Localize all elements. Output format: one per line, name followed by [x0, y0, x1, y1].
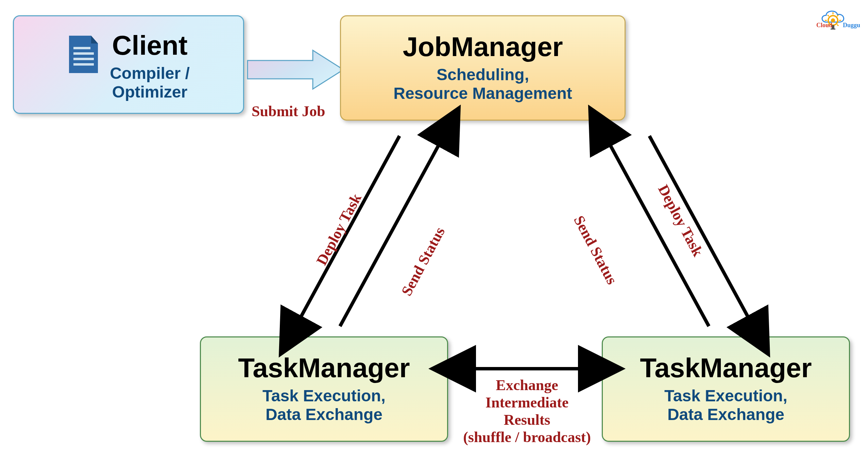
deploy-task-right-arrow: [649, 136, 753, 326]
svg-rect-12: [73, 47, 90, 49]
svg-rect-14: [73, 58, 94, 60]
deploy-task-left-label: Deploy Task: [313, 191, 365, 268]
taskmanager-right-title: TaskManager: [640, 354, 812, 382]
svg-rect-15: [73, 63, 94, 66]
exchange-line1: Exchange: [454, 377, 600, 394]
svg-rect-13: [73, 52, 94, 55]
exchange-line4: (shuffle / broadcast): [454, 429, 600, 446]
brand-logo: Cloud Duggu: [818, 3, 862, 34]
exchange-results-label: Exchange Intermediate Results (shuffle /…: [454, 377, 600, 446]
document-icon: [67, 34, 100, 75]
submit-job-label: Submit Job: [252, 103, 325, 120]
taskmanager-left-box: TaskManager Task Execution, Data Exchang…: [200, 336, 448, 442]
taskmanager-right-box: TaskManager Task Execution, Data Exchang…: [602, 336, 850, 442]
taskmanager-right-subtitle: Task Execution, Data Exchange: [664, 386, 787, 424]
jobmanager-box: JobManager Scheduling, Resource Manageme…: [340, 15, 626, 121]
client-box: Client Compiler / Optimizer: [13, 15, 244, 114]
logo-text-left: Cloud: [816, 22, 832, 29]
deploy-task-right-label: Deploy Task: [654, 182, 707, 259]
exchange-line3: Results: [454, 411, 600, 429]
send-status-right-label: Send Status: [570, 213, 621, 287]
send-status-left-arrow: [340, 136, 444, 326]
exchange-line2: Intermediate: [454, 394, 600, 411]
client-subtitle: Compiler / Optimizer: [110, 64, 190, 101]
jobmanager-subtitle: Scheduling, Resource Management: [393, 65, 572, 103]
svg-line-7: [837, 24, 838, 26]
svg-line-6: [828, 15, 829, 16]
taskmanager-left-title: TaskManager: [238, 354, 410, 382]
logo-text-right: Duggu: [843, 22, 860, 29]
client-title: Client: [112, 32, 187, 59]
send-status-left-label: Send Status: [398, 224, 448, 299]
taskmanager-left-subtitle: Task Execution, Data Exchange: [262, 386, 386, 424]
submit-arrow-icon: [246, 48, 345, 92]
jobmanager-title: JobManager: [403, 33, 563, 60]
